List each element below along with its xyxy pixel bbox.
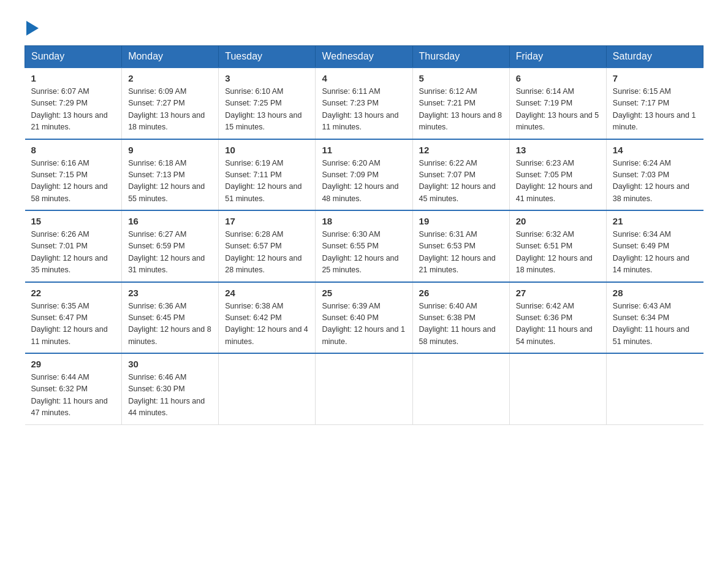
day-number: 28 [613,288,697,298]
calendar-cell: 8 Sunrise: 6:16 AMSunset: 7:15 PMDayligh… [25,139,122,211]
svg-marker-0 [26,21,39,36]
day-number: 12 [419,145,503,155]
day-info: Sunrise: 6:18 AMSunset: 7:13 PMDaylight:… [128,159,205,203]
calendar-header: SundayMondayTuesdayWednesdayThursdayFrid… [25,46,703,68]
day-number: 3 [225,73,309,83]
day-info: Sunrise: 6:38 AMSunset: 6:42 PMDaylight:… [225,302,308,346]
day-info: Sunrise: 6:46 AMSunset: 6:30 PMDaylight:… [128,373,205,417]
logo-arrow-icon [26,20,40,36]
calendar-cell: 22 Sunrise: 6:35 AMSunset: 6:47 PMDaylig… [25,282,122,354]
calendar-cell: 27 Sunrise: 6:42 AMSunset: 6:36 PMDaylig… [509,282,606,354]
calendar-cell: 15 Sunrise: 6:26 AMSunset: 7:01 PMDaylig… [25,210,122,282]
day-info: Sunrise: 6:44 AMSunset: 6:32 PMDaylight:… [31,373,108,417]
day-info: Sunrise: 6:20 AMSunset: 7:09 PMDaylight:… [322,159,398,203]
weekday-header-sunday: Sunday [25,46,122,68]
calendar-cell: 5 Sunrise: 6:12 AMSunset: 7:21 PMDayligh… [412,67,509,139]
day-number: 8 [31,145,116,155]
day-info: Sunrise: 6:14 AMSunset: 7:19 PMDaylight:… [516,87,599,131]
day-info: Sunrise: 6:22 AMSunset: 7:07 PMDaylight:… [419,159,496,203]
weekday-header-monday: Monday [122,46,219,68]
day-number: 24 [225,288,309,298]
calendar-cell [509,353,606,424]
calendar-week-row: 15 Sunrise: 6:26 AMSunset: 7:01 PMDaylig… [25,210,703,282]
calendar-cell: 18 Sunrise: 6:30 AMSunset: 6:55 PMDaylig… [316,210,412,282]
day-number: 10 [225,145,309,155]
day-number: 30 [128,359,212,369]
calendar-cell: 24 Sunrise: 6:38 AMSunset: 6:42 PMDaylig… [219,282,316,354]
calendar-cell: 14 Sunrise: 6:24 AMSunset: 7:03 PMDaylig… [606,139,703,211]
day-info: Sunrise: 6:32 AMSunset: 6:51 PMDaylight:… [516,230,593,274]
calendar-cell: 20 Sunrise: 6:32 AMSunset: 6:51 PMDaylig… [509,210,606,282]
day-number: 25 [322,288,406,298]
weekday-header-wednesday: Wednesday [316,46,412,68]
weekday-header-friday: Friday [509,46,606,68]
day-info: Sunrise: 6:34 AMSunset: 6:49 PMDaylight:… [613,230,689,274]
day-number: 7 [613,73,697,83]
day-number: 19 [419,216,503,226]
day-number: 9 [128,145,212,155]
calendar-cell: 25 Sunrise: 6:39 AMSunset: 6:40 PMDaylig… [316,282,412,354]
logo [25,18,40,33]
day-info: Sunrise: 6:24 AMSunset: 7:03 PMDaylight:… [613,159,689,203]
calendar-cell [412,353,509,424]
day-info: Sunrise: 6:10 AMSunset: 7:25 PMDaylight:… [225,87,301,131]
calendar-cell [219,353,316,424]
day-info: Sunrise: 6:40 AMSunset: 6:38 PMDaylight:… [419,302,496,346]
day-info: Sunrise: 6:31 AMSunset: 6:53 PMDaylight:… [419,230,496,274]
calendar-cell: 19 Sunrise: 6:31 AMSunset: 6:53 PMDaylig… [412,210,509,282]
day-number: 14 [613,145,697,155]
calendar-cell: 23 Sunrise: 6:36 AMSunset: 6:45 PMDaylig… [122,282,219,354]
day-number: 2 [128,73,212,83]
day-info: Sunrise: 6:26 AMSunset: 7:01 PMDaylight:… [31,230,108,274]
day-info: Sunrise: 6:12 AMSunset: 7:21 PMDaylight:… [419,87,502,131]
calendar-cell: 30 Sunrise: 6:46 AMSunset: 6:30 PMDaylig… [122,353,219,424]
day-number: 29 [31,359,116,369]
day-info: Sunrise: 6:23 AMSunset: 7:05 PMDaylight:… [516,159,593,203]
calendar-cell: 6 Sunrise: 6:14 AMSunset: 7:19 PMDayligh… [509,67,606,139]
day-number: 11 [322,145,406,155]
calendar-cell: 26 Sunrise: 6:40 AMSunset: 6:38 PMDaylig… [412,282,509,354]
calendar-cell: 29 Sunrise: 6:44 AMSunset: 6:32 PMDaylig… [25,353,122,424]
day-number: 4 [322,73,406,83]
calendar-cell: 3 Sunrise: 6:10 AMSunset: 7:25 PMDayligh… [219,67,316,139]
page-header [25,18,703,33]
day-number: 13 [516,145,600,155]
calendar-cell: 17 Sunrise: 6:28 AMSunset: 6:57 PMDaylig… [219,210,316,282]
calendar-cell: 1 Sunrise: 6:07 AMSunset: 7:29 PMDayligh… [25,67,122,139]
weekday-header-tuesday: Tuesday [219,46,316,68]
calendar-cell: 12 Sunrise: 6:22 AMSunset: 7:07 PMDaylig… [412,139,509,211]
calendar-cell: 16 Sunrise: 6:27 AMSunset: 6:59 PMDaylig… [122,210,219,282]
day-info: Sunrise: 6:15 AMSunset: 7:17 PMDaylight:… [613,87,696,131]
calendar-cell: 9 Sunrise: 6:18 AMSunset: 7:13 PMDayligh… [122,139,219,211]
day-number: 23 [128,288,212,298]
day-number: 17 [225,216,309,226]
calendar-cell: 2 Sunrise: 6:09 AMSunset: 7:27 PMDayligh… [122,67,219,139]
day-number: 22 [31,288,116,298]
weekday-header-thursday: Thursday [412,46,509,68]
day-info: Sunrise: 6:30 AMSunset: 6:55 PMDaylight:… [322,230,398,274]
day-number: 20 [516,216,600,226]
day-number: 18 [322,216,406,226]
calendar-cell: 4 Sunrise: 6:11 AMSunset: 7:23 PMDayligh… [316,67,412,139]
calendar-cell: 11 Sunrise: 6:20 AMSunset: 7:09 PMDaylig… [316,139,412,211]
day-number: 27 [516,288,600,298]
day-info: Sunrise: 6:39 AMSunset: 6:40 PMDaylight:… [322,302,405,346]
day-info: Sunrise: 6:36 AMSunset: 6:45 PMDaylight:… [128,302,211,346]
weekday-header-row: SundayMondayTuesdayWednesdayThursdayFrid… [25,46,703,68]
calendar-week-row: 1 Sunrise: 6:07 AMSunset: 7:29 PMDayligh… [25,67,703,139]
day-number: 26 [419,288,503,298]
calendar-cell [316,353,412,424]
day-number: 16 [128,216,212,226]
weekday-header-saturday: Saturday [606,46,703,68]
calendar-week-row: 8 Sunrise: 6:16 AMSunset: 7:15 PMDayligh… [25,139,703,211]
day-number: 6 [516,73,600,83]
calendar-week-row: 29 Sunrise: 6:44 AMSunset: 6:32 PMDaylig… [25,353,703,424]
day-info: Sunrise: 6:28 AMSunset: 6:57 PMDaylight:… [225,230,301,274]
calendar-cell: 28 Sunrise: 6:43 AMSunset: 6:34 PMDaylig… [606,282,703,354]
calendar-table: SundayMondayTuesdayWednesdayThursdayFrid… [25,45,703,425]
calendar-cell: 10 Sunrise: 6:19 AMSunset: 7:11 PMDaylig… [219,139,316,211]
day-info: Sunrise: 6:11 AMSunset: 7:23 PMDaylight:… [322,87,398,131]
day-number: 1 [31,73,116,83]
day-info: Sunrise: 6:09 AMSunset: 7:27 PMDaylight:… [128,87,205,131]
calendar-cell: 13 Sunrise: 6:23 AMSunset: 7:05 PMDaylig… [509,139,606,211]
